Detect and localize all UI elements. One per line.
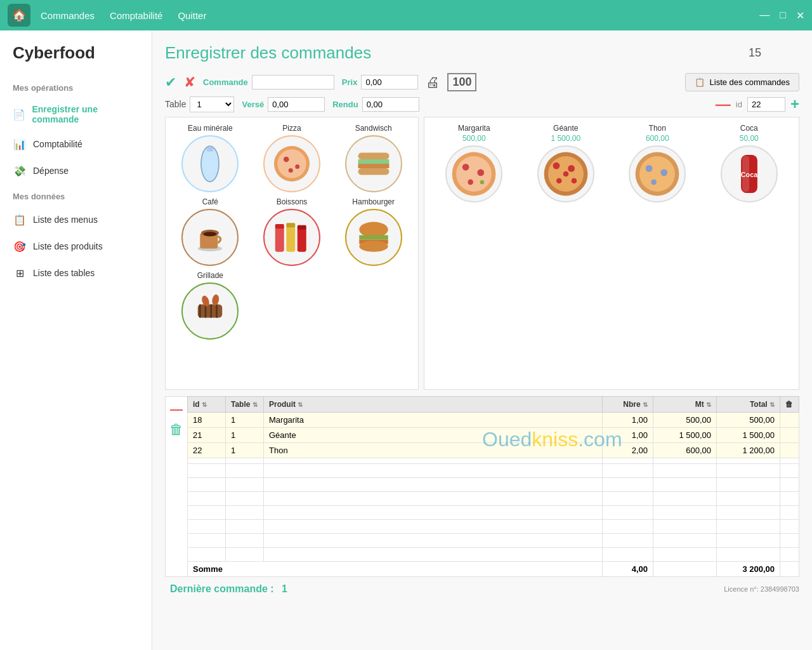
minimize-btn[interactable]: — xyxy=(759,10,769,21)
menu-commandes[interactable]: Commandes xyxy=(41,10,95,21)
col-id[interactable]: id ⇅ xyxy=(188,397,226,413)
enregistrer-icon: 📄 xyxy=(13,107,25,121)
close-btn[interactable]: ✕ xyxy=(796,10,804,22)
cell-action[interactable] xyxy=(780,428,799,443)
svg-point-47 xyxy=(639,156,675,192)
product-thon[interactable]: Thon 600,00 xyxy=(614,124,701,202)
sidebar-item-depense[interactable]: 💸 Dépense xyxy=(0,157,152,184)
product-name: Coca xyxy=(740,124,758,133)
category-sandwisch[interactable]: Sandwisch xyxy=(335,124,412,192)
sidebar-item-enregistrer[interactable]: 📄 Enregistrer une commande xyxy=(0,98,152,131)
category-hambourger[interactable]: Hambourger xyxy=(335,197,412,266)
table-row[interactable]: 22 1 Thon 2,00 600,00 1 200,00 xyxy=(188,443,799,458)
product-coca[interactable]: Coca 50,00 Coca xyxy=(706,124,793,202)
comptabilite-icon: 📊 xyxy=(13,137,27,151)
col-total[interactable]: Total ⇅ xyxy=(717,397,780,413)
svg-rect-26 xyxy=(198,305,223,318)
col-table[interactable]: Table ⇅ xyxy=(226,397,264,413)
id-plus-button[interactable]: + xyxy=(790,95,799,113)
cell-total: 500,00 xyxy=(717,413,780,428)
somme-action xyxy=(780,562,799,577)
product-name: Thon xyxy=(649,124,666,133)
hundred-icon[interactable]: 100 xyxy=(447,73,476,91)
product-margarita[interactable]: Margarita 500,00 xyxy=(431,124,518,202)
col-produit[interactable]: Produit ⇅ xyxy=(264,397,603,413)
table-label: Table xyxy=(165,99,186,109)
cell-mt: 500,00 xyxy=(653,413,717,428)
svg-point-50 xyxy=(652,180,657,185)
product-price: 1 500,00 xyxy=(551,134,580,143)
menus-icon: 📋 xyxy=(13,213,27,227)
derniere-commande: Dernière commande : 1 xyxy=(165,583,287,595)
maximize-btn[interactable]: □ xyxy=(780,10,786,21)
category-image xyxy=(181,282,239,340)
sidebar-item-menus[interactable]: 📋 Liste des menus xyxy=(0,206,152,233)
titlebar-menu: Commandes Comptabilité Quitter xyxy=(41,10,759,21)
rendu-input[interactable] xyxy=(362,97,419,112)
cell-action[interactable] xyxy=(780,413,799,428)
page-number: 15 xyxy=(749,46,761,60)
liste-commandes-button[interactable]: 📋 Liste des commandes xyxy=(685,73,799,91)
toolbar-row2: Table 1 2 3 4 5 Versé Rendu — xyxy=(165,95,799,113)
product-image xyxy=(629,145,686,202)
licence-value: 2384998703 xyxy=(761,585,799,593)
main-content: Enregistrer des commandes 15 ✔ ✘ Command… xyxy=(152,30,812,650)
print-icon[interactable]: 🖨 xyxy=(426,74,440,91)
category-label: Eau minérale xyxy=(188,124,233,133)
svg-rect-18 xyxy=(298,227,306,252)
table-body: 18 1 Margarita 1,00 500,00 500,00 21 1 G… xyxy=(188,413,799,562)
cancel-button[interactable]: ✘ xyxy=(184,74,195,91)
category-boissons[interactable]: Boissons xyxy=(254,197,331,266)
category-cafe[interactable]: Café xyxy=(172,197,249,266)
sidebar-item-tables[interactable]: ⊞ Liste des tables xyxy=(0,260,152,286)
menu-comptabilite[interactable]: Comptabilité xyxy=(110,10,162,21)
cell-action[interactable] xyxy=(780,443,799,458)
sidebar-item-label: Enregistrer une commande xyxy=(32,104,139,124)
sidebar-section-operations: Mes opérations xyxy=(0,78,152,98)
svg-point-34 xyxy=(456,156,492,192)
menu-quitter[interactable]: Quitter xyxy=(178,10,206,21)
table-row-empty xyxy=(188,478,799,492)
product-price: 600,00 xyxy=(646,134,669,143)
sidebar-item-produits[interactable]: 🎯 Liste des produits xyxy=(0,233,152,260)
table-row-empty xyxy=(188,458,799,464)
table-dropdown[interactable]: 1 2 3 4 5 xyxy=(190,96,234,112)
svg-rect-19 xyxy=(275,224,284,229)
table-minus-button[interactable]: — xyxy=(170,402,183,416)
cell-id: 21 xyxy=(188,428,226,443)
product-grid: Margarita 500,00 xyxy=(431,124,792,202)
table-delete-icon[interactable]: 🗑 xyxy=(169,421,183,438)
svg-rect-21 xyxy=(298,225,306,230)
table-row-empty xyxy=(188,520,799,534)
rendu-label: Rendu xyxy=(332,100,358,109)
produits-icon: 🎯 xyxy=(13,239,27,253)
products-panel: Margarita 500,00 xyxy=(424,117,799,390)
id-input[interactable] xyxy=(747,97,785,112)
category-eau[interactable]: Eau minérale xyxy=(172,124,249,192)
id-minus-button[interactable]: — xyxy=(716,95,731,113)
category-grillade[interactable]: Grillade xyxy=(172,271,249,340)
confirm-button[interactable]: ✔ xyxy=(165,74,176,91)
product-geante[interactable]: Géante 1 500,00 xyxy=(523,124,610,202)
cell-table: 1 xyxy=(226,443,264,458)
commande-input[interactable] xyxy=(252,75,334,90)
page-header: Enregistrer des commandes 15 xyxy=(165,43,799,63)
prix-input[interactable] xyxy=(361,75,418,90)
derniere-commande-label: Dernière commande : xyxy=(170,583,274,594)
col-nbre[interactable]: Nbre ⇅ xyxy=(603,397,653,413)
verse-input[interactable] xyxy=(268,97,325,112)
table-row[interactable]: 21 1 Géante 1,00 1 500,00 1 500,00 xyxy=(188,428,799,443)
liste-label: Liste des commandes xyxy=(710,77,790,87)
svg-point-38 xyxy=(480,180,484,184)
svg-point-48 xyxy=(646,165,653,172)
col-delete[interactable]: 🗑 xyxy=(780,397,799,413)
sidebar-item-comptabilite[interactable]: 📊 Comptabilité xyxy=(0,131,152,157)
prix-label: Prix xyxy=(342,77,358,87)
category-pizza[interactable]: Pizza xyxy=(254,124,331,192)
col-mt[interactable]: Mt ⇅ xyxy=(653,397,717,413)
product-name: Géante xyxy=(553,124,578,133)
table-row[interactable]: 18 1 Margarita 1,00 500,00 500,00 xyxy=(188,413,799,428)
svg-rect-23 xyxy=(359,235,388,240)
product-price: 50,00 xyxy=(740,134,759,143)
category-label: Café xyxy=(202,197,218,206)
